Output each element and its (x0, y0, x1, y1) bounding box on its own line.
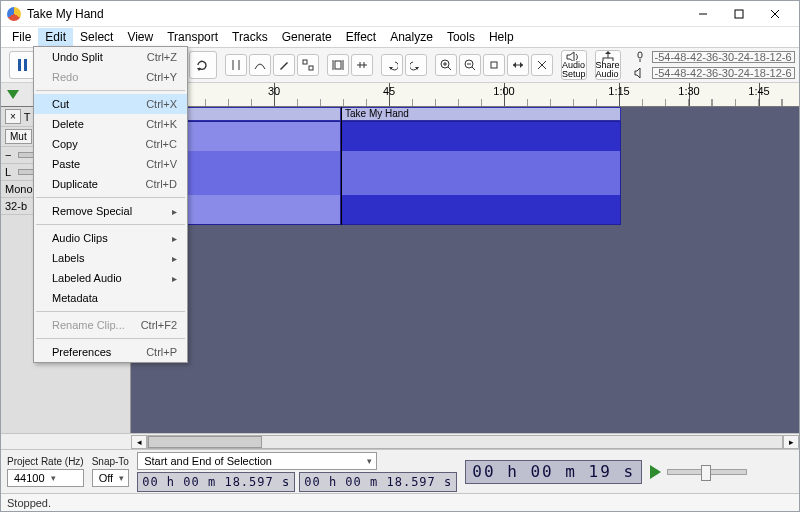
svg-rect-42 (638, 52, 642, 58)
menu-item-delete[interactable]: DeleteCtrl+K (34, 114, 187, 134)
maximize-button[interactable] (721, 3, 757, 25)
svg-rect-5 (24, 59, 27, 71)
loop-button[interactable] (189, 51, 217, 79)
menu-item-metadata[interactable]: Metadata (34, 288, 187, 308)
app-window: Take My Hand FileEditSelectViewTransport… (0, 0, 800, 512)
menu-item-audio-clips[interactable]: Audio Clips (34, 228, 187, 248)
svg-marker-35 (520, 62, 523, 68)
play-at-speed (650, 465, 747, 479)
playback-meter[interactable]: -54-48-42-36-30-24-18-12-6 (652, 67, 795, 79)
menu-transport[interactable]: Transport (160, 28, 225, 46)
menu-item-preferences[interactable]: PreferencesCtrl+P (34, 342, 187, 362)
svg-rect-15 (303, 60, 307, 64)
menu-item-paste[interactable]: PasteCtrl+V (34, 154, 187, 174)
status-text: Stopped. (7, 497, 51, 509)
multi-tool-button[interactable] (297, 54, 319, 76)
audio-setup-button[interactable]: Audio Setup (561, 50, 587, 80)
track-waveform-area[interactable]: Take My Hand (131, 107, 799, 433)
window-title: Take My Hand (27, 7, 685, 21)
menu-generate[interactable]: Generate (275, 28, 339, 46)
svg-marker-34 (513, 62, 516, 68)
selection-mode-combo[interactable]: Start and End of Selection▾ (137, 452, 377, 470)
edit-menu-dropdown: Undo SplitCtrl+ZRedoCtrl+YCutCtrl+XDelet… (33, 46, 188, 363)
menu-effect[interactable]: Effect (339, 28, 383, 46)
selection-start-field[interactable]: 00 h 00 m 18.597 s (137, 472, 295, 492)
time-display: 00 h 00 m 19 s (465, 460, 642, 484)
track-close-button[interactable]: × (5, 109, 21, 124)
zoom-out-button[interactable] (459, 54, 481, 76)
clip-title[interactable]: Take My Hand (341, 107, 621, 121)
fit-project-button[interactable] (507, 54, 529, 76)
svg-rect-16 (309, 66, 313, 70)
scroll-left-button[interactable]: ◂ (131, 435, 147, 449)
zoom-in-button[interactable] (435, 54, 457, 76)
undo-button[interactable] (381, 54, 403, 76)
menu-item-duplicate[interactable]: DuplicateCtrl+D (34, 174, 187, 194)
play-at-speed-button[interactable] (650, 465, 661, 479)
svg-rect-4 (18, 59, 21, 71)
menu-item-redo: RedoCtrl+Y (34, 67, 187, 87)
menu-select[interactable]: Select (73, 28, 120, 46)
menu-item-remove-special[interactable]: Remove Special (34, 201, 187, 221)
snap-combo[interactable]: Off▾ (92, 469, 129, 487)
edit-tools-group (327, 54, 373, 76)
svg-marker-41 (605, 51, 611, 54)
redo-button[interactable] (405, 54, 427, 76)
status-bar: Stopped. (1, 493, 799, 511)
trim-button[interactable] (327, 54, 349, 76)
horizontal-scrollbar[interactable]: ◂ ▸ (1, 433, 799, 449)
meters: -54-48-42-36-30-24-18-12-6 -54-48-42-36-… (629, 49, 797, 81)
svg-marker-44 (635, 68, 640, 78)
envelope-tool-button[interactable] (249, 54, 271, 76)
svg-rect-32 (491, 62, 497, 68)
menu-help[interactable]: Help (482, 28, 521, 46)
mic-icon[interactable] (631, 50, 649, 64)
menu-tracks[interactable]: Tracks (225, 28, 275, 46)
fit-selection-button[interactable] (483, 54, 505, 76)
menu-item-labeled-audio[interactable]: Labeled Audio (34, 268, 187, 288)
menu-tools[interactable]: Tools (440, 28, 482, 46)
playhead[interactable] (341, 107, 342, 225)
track-bit-label: 32-b (5, 200, 27, 212)
play-marker-icon[interactable] (7, 90, 19, 99)
scroll-right-button[interactable]: ▸ (783, 435, 799, 449)
menu-view[interactable]: View (120, 28, 160, 46)
share-audio-label: Share Audio (596, 61, 620, 79)
selection-end-field[interactable]: 00 h 00 m 18.597 s (299, 472, 457, 492)
timeline-ruler[interactable]: 1530451:001:151:301:45 (131, 83, 799, 106)
svg-line-30 (472, 67, 475, 70)
recording-meter[interactable]: -54-48-42-36-30-24-18-12-6 (652, 51, 795, 63)
mute-button[interactable]: Mut (5, 129, 32, 144)
app-logo-icon (7, 7, 21, 21)
menu-analyze[interactable]: Analyze (383, 28, 440, 46)
menu-item-copy[interactable]: CopyCtrl+C (34, 134, 187, 154)
zoom-group (435, 54, 553, 76)
speaker-icon[interactable] (631, 66, 649, 80)
share-audio-button[interactable]: Share Audio (595, 50, 621, 80)
tools-group (225, 54, 319, 76)
draw-tool-button[interactable] (273, 54, 295, 76)
audio-clip[interactable] (341, 121, 621, 225)
playback-speed-slider[interactable] (667, 469, 747, 475)
zoom-toggle-button[interactable] (531, 54, 553, 76)
scroll-track[interactable] (147, 435, 783, 449)
menu-item-cut[interactable]: CutCtrl+X (34, 94, 187, 114)
minimize-button[interactable] (685, 3, 721, 25)
menu-file[interactable]: File (5, 28, 38, 46)
titlebar: Take My Hand (1, 1, 799, 27)
svg-line-26 (448, 67, 451, 70)
svg-rect-1 (735, 10, 743, 18)
menu-edit[interactable]: Edit (38, 28, 73, 46)
menu-item-rename-clip-: Rename Clip...Ctrl+F2 (34, 315, 187, 335)
close-button[interactable] (757, 3, 793, 25)
track-channel-label: Mono (5, 183, 33, 195)
menu-item-undo-split[interactable]: Undo SplitCtrl+Z (34, 47, 187, 67)
svg-rect-17 (335, 61, 341, 69)
menu-item-labels[interactable]: Labels (34, 248, 187, 268)
project-rate-combo[interactable]: 44100▾ (7, 469, 84, 487)
snap-label: Snap-To (92, 456, 129, 467)
selection-tool-button[interactable] (225, 54, 247, 76)
silence-button[interactable] (351, 54, 373, 76)
menubar: FileEditSelectViewTransportTracksGenerat… (1, 27, 799, 47)
scroll-thumb[interactable] (148, 436, 262, 448)
